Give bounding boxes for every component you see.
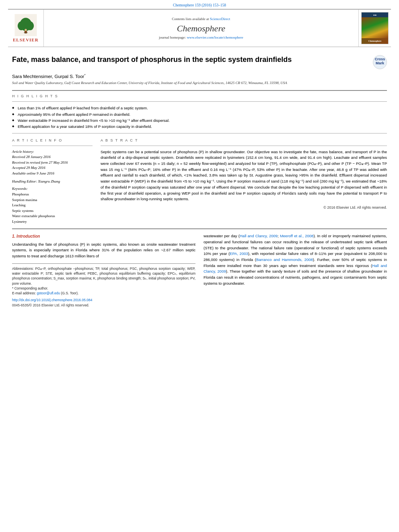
highlight-item-4: Effluent application for a year saturate…	[12, 123, 387, 129]
doi-line: http://dx.doi.org/10.1016/j.chemosphere.…	[12, 298, 195, 303]
email-link[interactable]: gstoor@ufl.edu	[37, 291, 60, 295]
svg-point-3	[18, 21, 25, 30]
abstract-rule	[101, 146, 387, 146]
issn-line: 0045-6535/© 2016 Elsevier Ltd. All right…	[12, 303, 195, 308]
article-title: Fate, mass balance, and transport of pho…	[12, 55, 369, 64]
author-names: Sara Mechtensimer, Gurpal S. Toor	[12, 74, 84, 79]
keywords-section: Keywords: Phosphorus Sorption maxima Lea…	[12, 187, 93, 224]
elsevier-logo-section: ELSEVIER	[8, 10, 43, 47]
body-col-right: wastewater per day (Hall and Clancy, 200…	[204, 233, 387, 308]
ref-hall-clancy-2009: Hall and Clancy, 2009	[240, 234, 278, 238]
keyword-6: Lysimetry	[12, 219, 93, 225]
cover-top-bar: ■ ■	[362, 12, 388, 17]
corresponding-note: * Corresponding author.	[12, 286, 195, 291]
crossmark-icon: Cross Mark	[373, 55, 387, 69]
handling-editor-label: Handling Editor:	[12, 179, 37, 183]
intro-heading: 1. Introduction	[12, 233, 195, 240]
intro-col1-text: Understanding the fate of phosphorus (P)…	[12, 242, 195, 259]
keywords-label: Keywords:	[12, 187, 93, 191]
bottom-section: 1. Introduction Understanding the fate o…	[12, 228, 387, 308]
svg-text:Cross: Cross	[375, 57, 385, 61]
journal-citation: Chemosphere 159 (2016) 153–158	[173, 3, 226, 7]
title-divider	[12, 90, 387, 91]
journal-homepage: journal homepage: www.elsevier.com/locat…	[159, 35, 243, 39]
elsevier-tree-icon	[14, 14, 38, 36]
received-date: Received 28 January 2016	[12, 154, 93, 160]
journal-header: ELSEVIER Contents lists available at Sci…	[8, 9, 391, 47]
intro-col2-text: wastewater per day (Hall and Clancy, 200…	[204, 233, 387, 286]
journal-title: Chemosphere	[177, 23, 225, 34]
contents-available-text: Contents lists available at ScienceDirec…	[172, 17, 230, 21]
article-info-label: A R T I C L E I N F O	[12, 138, 93, 142]
article-title-section: Fate, mass balance, and transport of pho…	[12, 55, 387, 69]
email-suffix: (G.S. Toor).	[61, 291, 79, 295]
main-content: Fate, mass balance, and transport of pho…	[0, 47, 399, 316]
journal-ref-top: Chemosphere 159 (2016) 153–158	[0, 0, 399, 9]
accepted-date: Accepted 29 May 2016	[12, 165, 93, 171]
footnote-area: Abbreviations: PO₄–P, orthophosphate –ph…	[12, 263, 195, 308]
journal-url[interactable]: www.elsevier.com/locate/chemosphere	[187, 35, 243, 39]
keyword-5: Water extractable phosphorus	[12, 214, 93, 219]
highlights-section: H I G H L I G H T S Less than 1% of effl…	[12, 94, 387, 133]
highlights-label: H I G H L I G H T S	[12, 94, 387, 98]
sciencedirect-link[interactable]: ScienceDirect	[210, 17, 230, 21]
authors-line: Sara Mechtensimer, Gurpal S. Toor*	[12, 73, 387, 79]
svg-point-7	[25, 29, 27, 31]
svg-point-4	[27, 21, 34, 30]
highlight-item-1: Less than 1% of effluent applied P leach…	[12, 105, 387, 111]
keyword-1: Phosphorus	[12, 192, 93, 197]
email-label: E-mail address:	[12, 291, 36, 295]
article-info-abstract: A R T I C L E I N F O Article history: R…	[12, 138, 387, 225]
elsevier-wordmark: ELSEVIER	[13, 37, 39, 42]
revised-date: Received in revised form 27 May 2016	[12, 160, 93, 166]
abstract-text: Septic systems can be a potential source…	[101, 149, 387, 202]
journal-cover-thumbnail: ■ ■ Chemosphere	[359, 10, 391, 47]
handling-editor: Handling Editor: Xiangru Zhang	[12, 179, 93, 183]
keyword-4: Septic systems	[12, 208, 93, 214]
highlights-top-rule	[12, 101, 387, 102]
highlights-list: Less than 1% of effluent applied P leach…	[12, 105, 387, 129]
keyword-3: Leaching	[12, 203, 93, 208]
ref-meeroff-2008: Meeroff et al., 2008	[280, 234, 313, 238]
footnote-abbreviations: Abbreviations: PO₄–P, orthophosphate –ph…	[12, 266, 195, 286]
handling-editor-name: Xiangru Zhang	[38, 179, 60, 183]
doi-link[interactable]: http://dx.doi.org/10.1016/j.chemosphere.…	[12, 298, 92, 302]
abbrev-label: Abbreviations:	[12, 267, 34, 271]
highlight-item-3: Water extractable P increased in drainfi…	[12, 117, 387, 123]
journal-header-center: Contents lists available at ScienceDirec…	[43, 10, 359, 47]
history-label: Article history:	[12, 149, 93, 155]
article-info-rule	[12, 146, 93, 146]
abstract-column: A B S T R A C T Septic systems can be a …	[101, 138, 387, 225]
affiliation: Soil and Water Quality Laboratory, Gulf …	[12, 80, 387, 86]
copyright-line: © 2016 Elsevier Ltd. All rights reserved…	[101, 205, 387, 210]
ref-barranco-hammonds: Barranco and Hammonds, 2008	[256, 257, 313, 262]
svg-text:Mark: Mark	[376, 61, 385, 65]
highlights-bottom-rule	[12, 133, 387, 134]
corresponding-label: * Corresponding author.	[12, 286, 48, 290]
elsevier-logo: ELSEVIER	[13, 14, 39, 42]
body-col-left: 1. Introduction Understanding the fate o…	[12, 233, 195, 308]
page: Chemosphere 159 (2016) 153–158	[0, 0, 399, 532]
cover-bottom-bar: Chemosphere	[362, 38, 388, 44]
ref-epa-2003: EPA, 2003	[230, 251, 248, 256]
available-date: Available online 9 June 2016	[12, 171, 93, 177]
body-two-col: 1. Introduction Understanding the fate o…	[12, 233, 387, 308]
corresponding-marker: *	[84, 73, 85, 77]
email-line: E-mail address: gstoor@ufl.edu (G.S. Too…	[12, 291, 195, 296]
cover-top-text: ■ ■	[373, 14, 376, 16]
ref-hall-clancy-2009b: Hall and Clancy, 2009	[204, 263, 387, 274]
abstract-label: A B S T R A C T	[101, 138, 387, 142]
abbrev-text: PO₄–P, orthophosphate –phosphorus; TP, t…	[12, 267, 195, 286]
keyword-2: Sorption maxima	[12, 197, 93, 203]
cover-title-text: Chemosphere	[368, 40, 381, 42]
article-info-column: A R T I C L E I N F O Article history: R…	[12, 138, 93, 225]
cover-image: ■ ■ Chemosphere	[361, 12, 389, 44]
highlight-item-2: Approximately 95% of the effluent applie…	[12, 111, 387, 117]
article-history: Article history: Received 28 January 201…	[12, 149, 93, 177]
